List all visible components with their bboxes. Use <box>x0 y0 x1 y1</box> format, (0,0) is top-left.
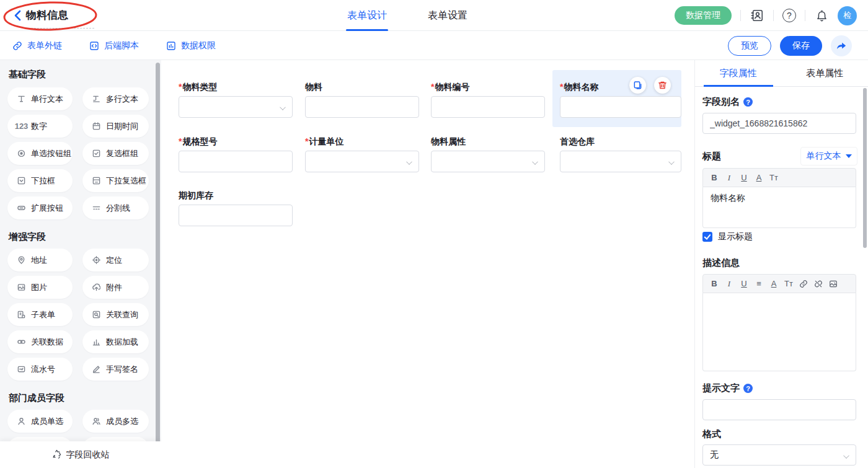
description-editor: B I U ≡ A Tт <box>702 274 856 371</box>
linked-query-icon <box>92 311 101 319</box>
share-arrow-icon <box>836 40 847 51</box>
palette-item-signature[interactable]: 手写签名 <box>82 358 149 381</box>
palette-item-data-load[interactable]: 数据加载 <box>82 330 149 353</box>
description-editor-content[interactable] <box>702 293 856 371</box>
palette-item-attachment[interactable]: 附件 <box>82 276 149 299</box>
bold-icon[interactable]: B <box>707 276 722 291</box>
form-external-link[interactable]: 表单外链 <box>12 40 62 51</box>
extend-button-icon <box>17 204 26 212</box>
bold-icon[interactable]: B <box>707 170 722 185</box>
palette-item-linked-query[interactable]: 关联查询 <box>82 303 149 326</box>
align-icon[interactable]: ≡ <box>751 276 766 291</box>
text-single-icon <box>17 95 26 103</box>
italic-icon[interactable]: I <box>722 276 737 291</box>
palette-item-member-multi[interactable]: 成员多选 <box>82 410 149 433</box>
font-size-icon[interactable]: Tт <box>766 170 781 185</box>
palette-item-select[interactable]: 下拉框 <box>7 169 73 192</box>
avatar[interactable]: 检 <box>838 6 857 25</box>
copy-icon <box>633 81 642 90</box>
member-single-icon <box>17 417 26 425</box>
share-button[interactable] <box>831 35 852 56</box>
palette-item-linked-data[interactable]: 关联数据 <box>7 330 73 353</box>
palette-item-extend-button[interactable]: 扩展按钮 <box>7 196 73 219</box>
data-permission-icon <box>166 41 176 51</box>
top-bar: 物料信息 表单设计 表单设置 数据管理 ? 检 <box>0 0 868 31</box>
palette-item-image[interactable]: 图片 <box>7 276 73 299</box>
preview-button[interactable]: 预览 <box>728 36 771 56</box>
font-size-icon[interactable]: Tт <box>781 276 796 291</box>
show-title-checkbox[interactable]: 显示标题 <box>702 231 753 242</box>
backend-script-link[interactable]: 后端脚本 <box>89 40 139 51</box>
field-widget-material-type[interactable] <box>179 96 293 118</box>
number-icon: 123 <box>17 121 26 131</box>
tab-form-design[interactable]: 表单设计 <box>347 0 387 31</box>
help-icon[interactable]: ? <box>782 9 796 22</box>
underline-icon[interactable]: U <box>737 276 751 291</box>
data-permission-link[interactable]: 数据权限 <box>166 40 216 51</box>
field-label: 首选仓库 <box>560 136 595 148</box>
field-type-dropdown[interactable]: 单行文本 <box>800 147 857 166</box>
form-canvas[interactable]: *物料类型 物料 *物料编号 *物料名称 *规格型号 *计量单位 物料属性 首选… <box>161 60 694 468</box>
format-select[interactable]: 无 <box>702 444 856 466</box>
contacts-icon[interactable] <box>750 8 764 23</box>
back-icon[interactable] <box>11 9 25 22</box>
field-widget-material-name[interactable] <box>560 96 681 118</box>
palette-item-member-single[interactable]: 成员单选 <box>7 410 73 433</box>
field-widget-spec-model[interactable] <box>179 151 293 172</box>
description-label: 描述信息 <box>702 257 740 269</box>
palette-item-checkbox-group[interactable]: 复选框组 <box>82 142 149 165</box>
chevron-down-icon <box>532 159 538 165</box>
field-label: 物料 <box>305 82 322 93</box>
italic-icon[interactable]: I <box>722 170 737 185</box>
sidebar-scrollbar[interactable] <box>156 63 160 468</box>
alias-input[interactable] <box>702 113 856 134</box>
multi-select-icon <box>92 177 101 185</box>
tab-form-settings[interactable]: 表单设置 <box>428 0 467 31</box>
help-icon[interactable]: ? <box>743 97 753 107</box>
palette-item-divider[interactable]: 分割线 <box>82 196 149 219</box>
chevron-down-icon <box>843 453 849 459</box>
field-widget-opening-stock[interactable] <box>179 205 293 226</box>
palette-item-single-line-text[interactable]: 单行文本 <box>7 87 73 110</box>
palette-item-radio-group[interactable]: 单选按钮组 <box>7 142 73 165</box>
copy-field-button[interactable] <box>629 77 646 94</box>
field-recycle-bin[interactable]: 字段回收站 <box>0 441 161 468</box>
palette-item-subform[interactable]: 子表单 <box>7 303 73 326</box>
hint-input[interactable] <box>702 399 856 420</box>
save-button[interactable]: 保存 <box>780 36 822 56</box>
font-color-icon[interactable]: A <box>751 170 766 185</box>
field-widget-material-attr[interactable] <box>431 151 545 172</box>
palette-item-serial-number[interactable]: 流水号 <box>7 358 73 381</box>
palette-item-multi-line-text[interactable]: 多行文本 <box>82 87 149 110</box>
palette-item-address[interactable]: 地址 <box>7 249 73 272</box>
link-icon <box>12 41 22 51</box>
title-editor-content[interactable]: 物料名称 <box>702 187 856 228</box>
help-icon[interactable]: ? <box>743 384 753 393</box>
bell-icon[interactable] <box>814 8 829 23</box>
data-manage-button[interactable]: 数据管理 <box>675 6 732 25</box>
palette-item-datetime[interactable]: 日期时间 <box>82 115 149 138</box>
field-widget-material[interactable] <box>305 96 419 118</box>
divider-icon <box>92 204 101 212</box>
link-icon[interactable] <box>796 276 811 291</box>
font-color-icon[interactable]: A <box>766 276 781 291</box>
field-widget-preferred-warehouse[interactable] <box>560 151 681 172</box>
chevron-down-icon <box>668 159 675 165</box>
field-widget-unit[interactable] <box>305 151 419 172</box>
palette-item-location[interactable]: 定位 <box>82 249 149 272</box>
form-toolbar: 表单外链 后端脚本 数据权限 预览 保存 <box>0 31 868 60</box>
panel-scrollbar[interactable] <box>863 88 867 248</box>
insert-image-icon[interactable] <box>826 276 841 291</box>
tab-form-properties[interactable]: 表单属性 <box>782 60 868 86</box>
serial-number-icon <box>17 365 26 373</box>
field-widget-material-code[interactable] <box>431 96 545 118</box>
underline-icon[interactable]: U <box>737 170 751 185</box>
tab-field-properties[interactable]: 字段属性 <box>695 60 782 86</box>
linked-data-icon <box>17 338 26 346</box>
datetime-icon <box>92 122 101 130</box>
palette-item-number[interactable]: 123 数字 <box>7 115 73 138</box>
unlink-icon[interactable] <box>811 276 826 291</box>
delete-field-button[interactable] <box>654 77 671 94</box>
palette-item-multi-select[interactable]: 下拉复选框 <box>82 169 149 192</box>
text-multi-icon <box>92 95 101 103</box>
